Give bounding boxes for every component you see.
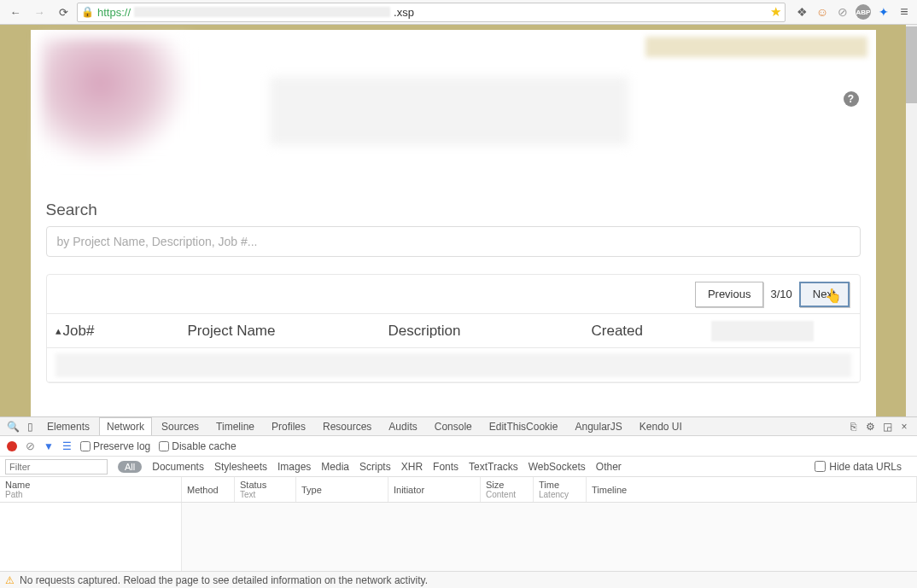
extension-icon-2[interactable]: ☺ [815, 4, 830, 20]
column-description[interactable]: Description [388, 323, 592, 340]
extension-puzzle-icon[interactable]: ✦ [876, 4, 891, 20]
column-created[interactable]: Created [592, 323, 711, 340]
filter-texttracks[interactable]: TextTracks [469, 461, 518, 473]
filter-media[interactable]: Media [321, 461, 349, 473]
project-grid: Previous 3/10 Next ▴Job# Project Name De… [46, 274, 861, 383]
sort-asc-icon: ▴ [55, 324, 61, 337]
browser-toolbar: ← → ⟳ 🔒 https:// .xsp ★ ❖ ☺ ⊘ ABP ✦ ≡ [0, 0, 917, 25]
forward-button[interactable]: → [29, 3, 50, 21]
dock-icon[interactable]: ◲ [879, 421, 895, 433]
filter-all-pill[interactable]: All [118, 461, 142, 473]
search-section: Search by Project Name, Description, Job… [46, 201, 861, 257]
tab-console[interactable]: Console [427, 417, 480, 435]
warning-icon: ⚠ [5, 574, 15, 586]
column-job[interactable]: ▴Job# [55, 323, 188, 340]
banner-redacted [270, 77, 628, 145]
tab-editthiscookie[interactable]: EditThisCookie [482, 417, 566, 435]
tab-network[interactable]: Network [99, 417, 152, 435]
previous-button[interactable]: Previous [695, 282, 764, 307]
filter-fonts[interactable]: Fonts [433, 461, 458, 473]
tab-sources[interactable]: Sources [154, 417, 207, 435]
drawer-icon[interactable]: ⎘ [845, 421, 861, 433]
next-button[interactable]: Next [799, 282, 850, 307]
row-redacted [55, 353, 851, 377]
devtools-panel: 🔍 ▯ Elements Network Sources Timeline Pr… [0, 416, 917, 588]
col-status[interactable]: StatusText [235, 477, 296, 502]
network-filter-row: All Documents Stylesheets Images Media S… [0, 457, 917, 477]
search-placeholder: by Project Name, Description, Job #... [57, 235, 258, 248]
filter-input[interactable] [5, 459, 108, 474]
table-row[interactable] [47, 348, 860, 382]
grid-header: ▴Job# Project Name Description Created [47, 314, 860, 348]
tab-timeline[interactable]: Timeline [208, 417, 262, 435]
lock-icon: 🔒 [81, 6, 94, 18]
search-label: Search [46, 201, 861, 219]
search-input[interactable]: by Project Name, Description, Job #... [46, 226, 861, 257]
corner-redacted [645, 37, 867, 57]
extension-abp-icon[interactable]: ABP [856, 4, 871, 20]
col-type[interactable]: Type [296, 477, 388, 502]
tab-resources[interactable]: Resources [315, 417, 379, 435]
inspect-icon[interactable]: 🔍 [5, 421, 20, 433]
device-icon[interactable]: ▯ [22, 421, 38, 433]
record-button[interactable] [7, 441, 17, 451]
col-timeline[interactable]: Timeline [587, 477, 917, 502]
devtools-status-bar: ⚠ No requests captured. Reload the page … [0, 571, 917, 588]
page-viewport: ? Search by Project Name, Description, J… [0, 25, 906, 416]
help-icon[interactable]: ? [844, 91, 859, 107]
disable-cache-checkbox[interactable]: Disable cache [159, 440, 236, 452]
tab-audits[interactable]: Audits [381, 417, 424, 435]
devtools-tabs: 🔍 ▯ Elements Network Sources Timeline Pr… [0, 417, 917, 436]
extensions-row: ❖ ☺ ⊘ ABP ✦ ≡ [789, 4, 912, 20]
network-body [0, 503, 917, 571]
preserve-log-checkbox[interactable]: Preserve log [80, 440, 150, 452]
col-method[interactable]: Method [182, 477, 235, 502]
network-columns: NamePath Method StatusText Type Initiato… [0, 477, 917, 503]
page-scrollbar[interactable] [906, 25, 917, 416]
view-list-icon[interactable]: ☰ [62, 440, 72, 452]
column-redacted [711, 321, 814, 341]
back-button[interactable]: ← [5, 3, 26, 21]
grid-pager: Previous 3/10 Next [47, 275, 860, 314]
col-name[interactable]: NamePath [0, 477, 182, 502]
address-bar[interactable]: 🔒 https:// .xsp ★ [77, 3, 786, 22]
url-suffix: .xsp [394, 6, 414, 19]
column-project-name[interactable]: Project Name [188, 323, 388, 340]
network-body-name-col [0, 503, 182, 571]
url-protocol: https:// [97, 6, 131, 19]
filter-other[interactable]: Other [596, 461, 622, 473]
filter-images[interactable]: Images [277, 461, 311, 473]
filter-xhr[interactable]: XHR [401, 461, 423, 473]
filter-websockets[interactable]: WebSockets [529, 461, 586, 473]
settings-gear-icon[interactable]: ⚙ [862, 421, 878, 433]
page-card: ? Search by Project Name, Description, J… [31, 30, 876, 416]
tab-profiles[interactable]: Profiles [264, 417, 313, 435]
extension-icon-3[interactable]: ⊘ [835, 4, 850, 20]
filter-documents[interactable]: Documents [152, 461, 204, 473]
page-indicator: 3/10 [770, 288, 791, 300]
col-initiator[interactable]: Initiator [388, 477, 481, 502]
extension-icon-1[interactable]: ❖ [794, 4, 809, 20]
hide-data-urls-checkbox[interactable]: Hide data URLs [815, 461, 902, 473]
status-message: No requests captured. Reload the page to… [20, 574, 428, 586]
clear-button[interactable]: ⊘ [26, 440, 35, 452]
logo-redacted [41, 38, 190, 166]
filter-stylesheets[interactable]: Stylesheets [214, 461, 267, 473]
col-size[interactable]: SizeContent [481, 477, 534, 502]
col-time[interactable]: TimeLatency [534, 477, 587, 502]
chrome-menu-button[interactable]: ≡ [897, 4, 912, 20]
tab-angularjs[interactable]: AngularJS [567, 417, 629, 435]
filter-scripts[interactable]: Scripts [359, 461, 391, 473]
url-host-redacted [134, 7, 390, 17]
network-toolbar: ⊘ ▼ ☰ Preserve log Disable cache [0, 436, 917, 457]
scrollbar-thumb[interactable] [906, 26, 917, 103]
reload-button[interactable]: ⟳ [53, 3, 73, 21]
tab-kendoui[interactable]: Kendo UI [632, 417, 690, 435]
bookmark-star-icon[interactable]: ★ [770, 4, 781, 20]
tab-elements[interactable]: Elements [39, 417, 97, 435]
close-devtools-icon[interactable]: × [897, 421, 912, 433]
filter-icon[interactable]: ▼ [44, 440, 54, 452]
